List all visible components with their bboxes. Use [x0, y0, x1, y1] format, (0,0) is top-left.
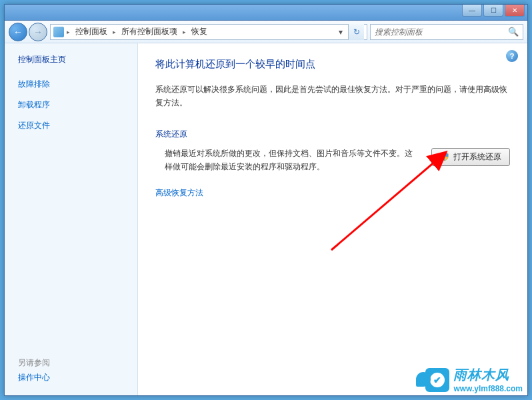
- search-input[interactable]: [375, 27, 508, 37]
- window-controls: — ☐ ✕: [462, 5, 525, 17]
- advanced-recovery-link[interactable]: 高级恢复方法: [155, 188, 203, 197]
- sidebar-link-troubleshoot[interactable]: 故障排除: [13, 76, 129, 93]
- control-panel-icon: [53, 27, 64, 37]
- minimize-button[interactable]: —: [462, 5, 482, 17]
- page-title: 将此计算机还原到一个较早的时间点: [155, 58, 510, 71]
- page-description: 系统还原可以解决很多系统问题，因此是首先尝试的最佳恢复方法。对于严重的问题，请使…: [155, 83, 510, 110]
- breadcrumb-separator: ▸: [183, 29, 186, 35]
- search-box[interactable]: 🔍: [370, 24, 523, 40]
- forward-button[interactable]: →: [29, 23, 47, 41]
- main-content: ? 将此计算机还原到一个较早的时间点 系统还原可以解决很多系统问题，因此是首先尝…: [138, 43, 527, 395]
- nav-buttons: ← →: [9, 23, 47, 41]
- section-description: 撤销最近对系统所做的更改，但保持文档、图片和音乐等文件不变。这样做可能会删除最近…: [155, 147, 413, 174]
- restore-button-label: 打开系统还原: [453, 151, 501, 163]
- sidebar-link-restore-files[interactable]: 还原文件: [13, 117, 129, 134]
- window-frame: — ☐ ✕ ← → ▸ 控制面板 ▸ 所有控制面板项 ▸ 恢复 ▾ ↻ 🔍 控制…: [4, 4, 528, 396]
- breadcrumb-item[interactable]: 控制面板: [73, 25, 110, 39]
- address-bar[interactable]: ▸ 控制面板 ▸ 所有控制面板项 ▸ 恢复 ▾ ↻: [50, 24, 367, 40]
- breadcrumb-separator: ▸: [67, 29, 70, 35]
- close-button[interactable]: ✕: [505, 5, 525, 17]
- see-also-link-action-center[interactable]: 操作中心: [18, 372, 50, 383]
- breadcrumb-item[interactable]: 所有控制面板项: [119, 25, 180, 39]
- sidebar: 控制面板主页 故障排除 卸载程序 还原文件 另请参阅 操作中心: [5, 43, 138, 395]
- breadcrumb-item[interactable]: 恢复: [189, 25, 210, 39]
- maximize-button[interactable]: ☐: [483, 5, 503, 17]
- search-icon[interactable]: 🔍: [508, 27, 519, 37]
- section-row: 撤销最近对系统所做的更改，但保持文档、图片和音乐等文件不变。这样做可能会删除最近…: [155, 147, 510, 174]
- help-icon[interactable]: ?: [506, 50, 518, 62]
- address-dropdown-icon[interactable]: ▾: [336, 27, 345, 37]
- breadcrumb-separator: ▸: [113, 29, 116, 35]
- refresh-button[interactable]: ↻: [348, 24, 364, 40]
- open-system-restore-button[interactable]: 打开系统还原: [431, 148, 510, 166]
- sidebar-title[interactable]: 控制面板主页: [13, 54, 129, 65]
- see-also-label: 另请参阅: [18, 357, 50, 369]
- titlebar[interactable]: — ☐ ✕: [5, 5, 527, 21]
- section-title: 系统还原: [155, 129, 510, 140]
- back-button[interactable]: ←: [9, 23, 27, 41]
- navigation-bar: ← → ▸ 控制面板 ▸ 所有控制面板项 ▸ 恢复 ▾ ↻ 🔍: [5, 21, 527, 43]
- sidebar-link-uninstall[interactable]: 卸载程序: [13, 97, 129, 113]
- content-area: 控制面板主页 故障排除 卸载程序 还原文件 另请参阅 操作中心 ? 将此计算机还…: [5, 43, 527, 395]
- shield-icon: [440, 152, 449, 161]
